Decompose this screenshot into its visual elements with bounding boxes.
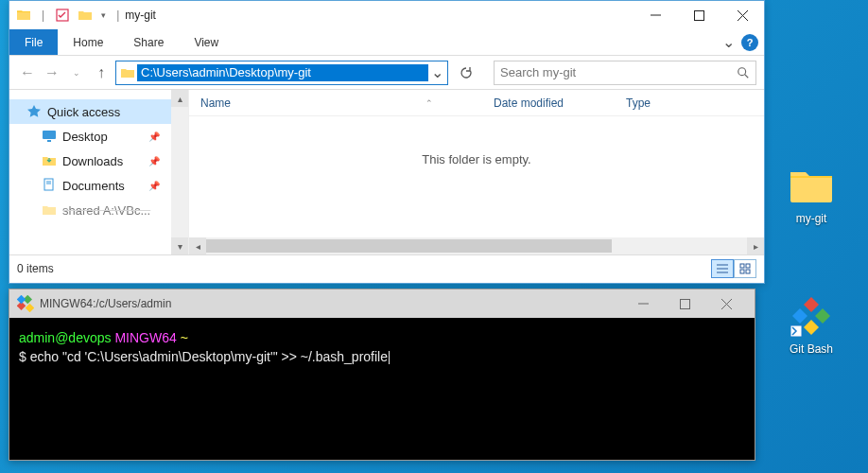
recent-dropdown-icon[interactable]: ⌄ [66, 62, 87, 83]
titlebar[interactable]: | ▾ | my-git [9, 1, 764, 29]
folder-icon [118, 63, 137, 82]
empty-folder-message: This folder is empty. [189, 116, 764, 237]
prompt-system: MINGW64 [114, 330, 176, 345]
expand-ribbon-icon[interactable]: ⌄ [719, 33, 738, 52]
quick-access-item[interactable]: Quick access [9, 99, 171, 124]
file-menu[interactable]: File [9, 29, 58, 55]
sort-indicator-icon: ⌃ [425, 98, 433, 108]
column-name[interactable]: Name ⌃ [189, 96, 482, 110]
search-box[interactable]: Search my-git [494, 61, 756, 85]
folder-icon [42, 202, 57, 218]
column-headers: Name ⌃ Date modified Type [189, 90, 764, 116]
navigation-bar: ← → ⌄ ↑ C:\Users\admin\Desktop\my-git ⌄ … [9, 56, 764, 90]
minimize-button[interactable] [634, 1, 677, 29]
pin-icon: 📌 [148, 131, 160, 142]
file-explorer-window: | ▾ | my-git File Home Share View ⌄ ? ← … [9, 0, 765, 284]
svg-rect-21 [26, 304, 34, 312]
desktop-icon-label: Git Bash [773, 342, 849, 356]
separator: | [42, 9, 44, 22]
scroll-thumb[interactable] [206, 239, 612, 253]
refresh-button[interactable] [454, 61, 478, 85]
close-button[interactable] [720, 1, 764, 29]
svg-rect-16 [746, 264, 750, 268]
search-icon[interactable] [737, 66, 750, 79]
navigation-pane: Quick access Desktop 📌 Downloads 📌 Docum… [9, 90, 189, 254]
horizontal-scrollbar[interactable]: ◂ ▸ [189, 237, 764, 254]
minimize-button[interactable] [622, 292, 664, 315]
desktop-gitbash-shortcut[interactable]: Git Bash [773, 293, 849, 356]
sidebar-item-label: Documents [62, 179, 125, 193]
home-tab[interactable]: Home [58, 29, 118, 55]
scroll-left-icon[interactable]: ◂ [189, 237, 206, 254]
sidebar-item-downloads[interactable]: Downloads 📌 [9, 149, 171, 173]
terminal-title: MINGW64:/c/Users/admin [40, 297, 171, 310]
svg-point-5 [738, 67, 746, 75]
svg-rect-15 [740, 264, 744, 268]
ribbon-tabs: File Home Share View ⌄ ? [9, 29, 764, 56]
git-bash-window: MINGW64:/c/Users/admin admin@devops MING… [9, 289, 755, 461]
back-button[interactable]: ← [17, 62, 38, 83]
pin-icon: 📌 [148, 156, 160, 166]
vertical-scrollbar[interactable]: ▴ ▾ [171, 90, 188, 254]
prompt-user: admin@devops [19, 330, 112, 345]
star-icon [26, 104, 42, 119]
details-view-button[interactable] [711, 259, 734, 278]
desktop-icon-label: my-git [773, 212, 849, 225]
sidebar-item-label: Desktop [62, 130, 108, 144]
status-bar: 0 items [9, 254, 764, 281]
content-area: Name ⌃ Date modified Type This folder is… [189, 90, 764, 254]
terminal-body[interactable]: admin@devops MINGW64 ~ $ echo "cd 'C:\Us… [9, 318, 755, 460]
address-dropdown-icon[interactable]: ⌄ [428, 63, 445, 81]
column-date[interactable]: Date modified [482, 96, 615, 110]
close-button[interactable] [705, 292, 747, 315]
sidebar-item-label: Downloads [62, 154, 123, 168]
quick-access-label: Quick access [47, 105, 120, 119]
sidebar-item-label: shared A:\VBc... [62, 203, 150, 218]
sidebar-item-documents[interactable]: Documents 📌 [9, 173, 171, 198]
address-path[interactable]: C:\Users\admin\Desktop\my-git [137, 64, 428, 81]
prompt-path: ~ [181, 330, 188, 345]
help-icon[interactable]: ? [741, 34, 758, 51]
git-bash-icon [17, 295, 34, 312]
svg-rect-18 [746, 270, 750, 273]
address-bar[interactable]: C:\Users\admin\Desktop\my-git ⌄ [115, 61, 448, 85]
item-count: 0 items [17, 262, 54, 275]
folder-icon [789, 163, 834, 208]
properties-icon[interactable] [52, 5, 73, 26]
svg-line-6 [745, 74, 749, 78]
scroll-right-icon[interactable]: ▸ [747, 237, 764, 254]
forward-button[interactable]: → [42, 62, 62, 83]
svg-rect-24 [680, 299, 689, 308]
desktop-folder-mygit[interactable]: my-git [773, 163, 849, 225]
maximize-button[interactable] [664, 292, 705, 315]
icons-view-button[interactable] [734, 259, 756, 278]
window-title: my-git [125, 9, 156, 22]
svg-rect-7 [43, 131, 56, 139]
pin-icon: 📌 [148, 181, 160, 191]
svg-rect-2 [694, 10, 703, 20]
svg-rect-9 [44, 179, 53, 190]
svg-rect-17 [740, 270, 744, 273]
git-bash-icon [789, 293, 834, 339]
folder-icon [13, 5, 34, 26]
column-type[interactable]: Type [615, 96, 764, 110]
documents-icon [42, 178, 57, 193]
terminal-titlebar[interactable]: MINGW64:/c/Users/admin [9, 289, 755, 318]
maximize-button[interactable] [677, 1, 720, 29]
svg-rect-8 [47, 140, 51, 142]
scroll-up-icon[interactable]: ▴ [171, 90, 188, 107]
cursor [389, 351, 390, 364]
new-folder-quick-icon[interactable] [75, 5, 95, 26]
downloads-icon [42, 153, 57, 168]
svg-rect-22 [17, 295, 26, 304]
separator: | [116, 9, 119, 22]
scroll-down-icon[interactable]: ▾ [171, 237, 188, 254]
up-button[interactable]: ↑ [91, 62, 112, 83]
terminal-command: echo "cd 'C:\Users\admin\Desktop\my-git'… [30, 349, 388, 364]
view-tab[interactable]: View [179, 29, 234, 55]
sidebar-item-desktop[interactable]: Desktop 📌 [9, 124, 171, 149]
share-tab[interactable]: Share [118, 29, 179, 55]
sidebar-item-shared[interactable]: shared A:\VBc... [9, 198, 171, 222]
desktop-icon [42, 129, 57, 144]
qat-dropdown-icon[interactable]: ▾ [97, 5, 109, 26]
